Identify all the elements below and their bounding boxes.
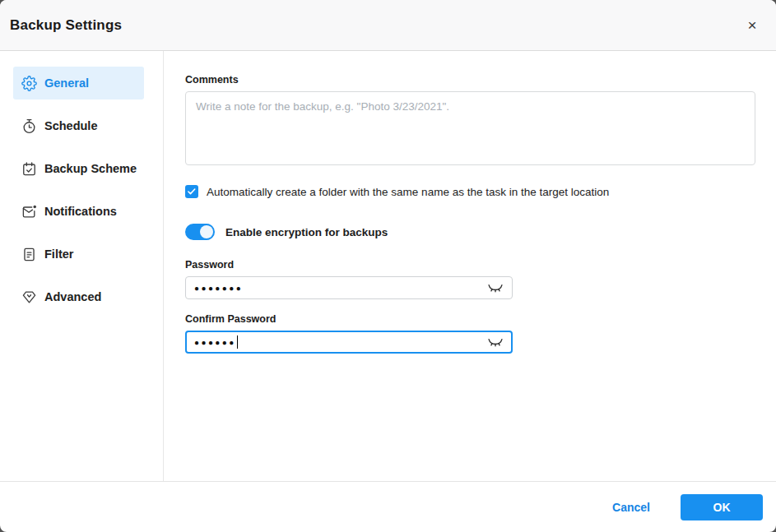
sidebar-item-label: General — [44, 76, 89, 90]
toggle-knob — [200, 225, 213, 238]
eye-closed-icon[interactable] — [487, 281, 504, 294]
sidebar-item-label: Filter — [44, 247, 73, 261]
calendar-check-icon — [21, 161, 37, 177]
dialog-title: Backup Settings — [10, 17, 122, 34]
confirm-password-masked-value: ●●●●●● — [194, 337, 236, 347]
cancel-button[interactable]: Cancel — [612, 501, 650, 514]
confirm-password-label: Confirm Password — [185, 313, 755, 325]
confirm-password-field[interactable]: ●●●●●● — [185, 331, 513, 354]
backup-settings-dialog: Backup Settings × General Schedule — [0, 0, 776, 532]
dialog-header: Backup Settings × — [0, 0, 776, 51]
sidebar-item-label: Schedule — [44, 119, 97, 132]
dialog-body: General Schedule Backup Scheme — [0, 51, 776, 481]
encryption-toggle-label[interactable]: Enable encryption for backups — [225, 226, 388, 238]
sidebar-item-general[interactable]: General — [13, 67, 144, 99]
comments-textarea[interactable] — [185, 91, 755, 165]
encryption-toggle[interactable] — [185, 224, 215, 240]
sidebar-item-label: Advanced — [44, 290, 101, 303]
password-field[interactable]: ●●●●●●● — [185, 276, 513, 299]
encryption-toggle-row[interactable]: Enable encryption for backups — [185, 224, 755, 240]
eye-closed-icon[interactable] — [487, 335, 504, 349]
password-label: Password — [185, 259, 755, 271]
sidebar-item-schedule[interactable]: Schedule — [13, 109, 144, 142]
sidebar-item-notifications[interactable]: Notifications — [13, 195, 144, 228]
sidebar-item-label: Backup Scheme — [44, 162, 137, 175]
sidebar-item-backup-scheme[interactable]: Backup Scheme — [13, 152, 144, 185]
gem-check-icon — [21, 289, 37, 305]
sidebar-item-advanced[interactable]: Advanced — [13, 280, 144, 313]
checkbox-checked-icon[interactable] — [185, 185, 198, 198]
password-masked-value: ●●●●●●● — [194, 283, 243, 293]
general-settings-panel: Comments Automatically create a folder w… — [164, 51, 776, 481]
stopwatch-icon — [21, 118, 37, 134]
dialog-footer: Cancel OK — [0, 481, 776, 532]
ok-button[interactable]: OK — [681, 494, 763, 520]
mail-notification-icon — [21, 204, 37, 220]
sidebar-item-label: Notifications — [44, 205, 117, 218]
comments-label: Comments — [185, 74, 755, 86]
auto-folder-checkbox-label[interactable]: Automatically create a folder with the s… — [207, 186, 609, 198]
document-lines-icon — [21, 247, 37, 262]
sidebar: General Schedule Backup Scheme — [0, 51, 164, 481]
sidebar-item-filter[interactable]: Filter — [13, 238, 144, 271]
text-caret — [237, 335, 239, 349]
close-icon[interactable]: × — [741, 14, 764, 37]
gear-icon — [21, 76, 37, 91]
auto-folder-checkbox-row[interactable]: Automatically create a folder with the s… — [185, 185, 755, 198]
